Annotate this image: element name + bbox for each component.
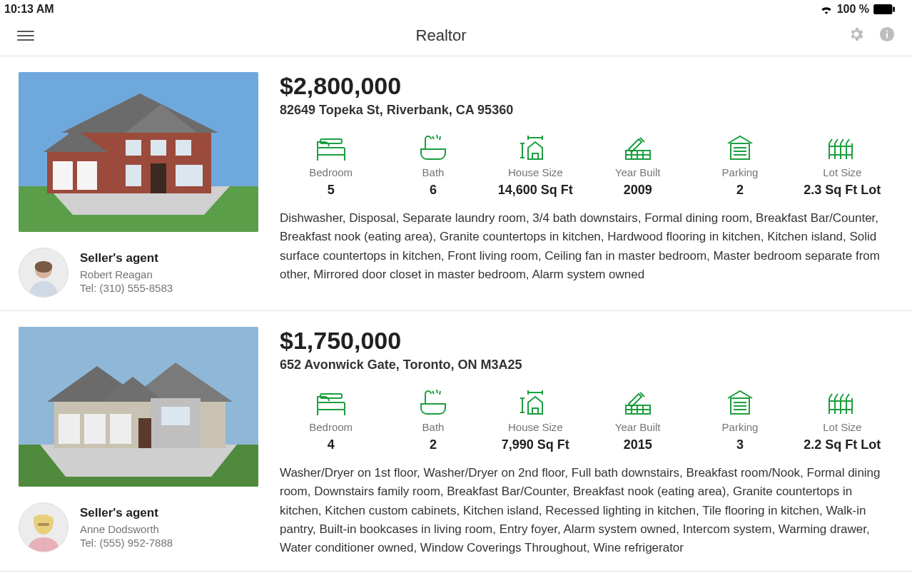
year-built-icon	[622, 135, 654, 162]
year-built-icon	[622, 390, 654, 417]
listing-card[interactable]: Seller's agent Robert Reagan Tel: (310) …	[0, 56, 912, 311]
parking-icon	[725, 133, 755, 162]
listing-price: $1,750,000	[280, 327, 893, 355]
svg-rect-3	[886, 33, 888, 38]
menu-button[interactable]	[17, 27, 34, 44]
status-right: 100 %	[820, 3, 895, 16]
svg-rect-34	[59, 414, 80, 444]
svg-rect-13	[53, 161, 73, 190]
stat-year-built: Year Built 2009	[587, 132, 689, 198]
svg-rect-16	[151, 140, 166, 156]
bath-icon	[418, 133, 448, 162]
svg-rect-17	[176, 140, 191, 156]
svg-rect-35	[84, 414, 106, 444]
agent-block[interactable]: Seller's agent Robert Reagan Tel: (310) …	[19, 248, 258, 298]
listing-description: Washer/Dryer on 1st floor, Washer/Dryer …	[280, 464, 893, 558]
agent-role: Seller's agent	[80, 506, 173, 520]
svg-rect-20	[151, 163, 166, 193]
battery-icon	[873, 4, 895, 14]
listing-photo[interactable]	[19, 72, 258, 232]
house-size-icon	[518, 133, 552, 162]
agent-tel: Tel: (555) 952-7888	[80, 537, 173, 549]
stat-year-built: Year Built 2015	[587, 387, 689, 452]
listings-container: Seller's agent Robert Reagan Tel: (310) …	[0, 56, 912, 572]
bed-icon	[315, 390, 348, 417]
house-size-icon	[518, 388, 552, 417]
listing-price: $2,800,000	[280, 72, 893, 100]
svg-marker-28	[40, 445, 237, 477]
stat-parking: Parking 2	[689, 132, 791, 198]
lot-size-icon	[826, 390, 858, 417]
agent-role: Seller's agent	[80, 251, 173, 265]
wifi-icon	[820, 4, 833, 14]
status-bar: 10:13 AM 100 %	[0, 0, 912, 16]
lot-size-icon	[826, 135, 858, 162]
svg-rect-36	[110, 414, 131, 444]
parking-icon	[725, 388, 755, 417]
agent-avatar	[19, 502, 69, 552]
info-button[interactable]	[879, 26, 895, 45]
stat-lot-size: Lot Size 2.2 Sq Ft Lot	[791, 387, 893, 452]
status-time: 10:13 AM	[4, 3, 54, 16]
stat-parking: Parking 3	[689, 387, 791, 452]
svg-rect-0	[873, 4, 892, 14]
app-title: Realtor	[34, 26, 848, 45]
status-battery-text: 100 %	[837, 3, 869, 16]
svg-rect-40	[38, 523, 49, 526]
svg-rect-19	[176, 165, 203, 186]
listing-stats: Bedroom 5 Bath 6 House Size 14,600 Sq Ft…	[280, 132, 893, 198]
bed-icon	[315, 135, 348, 162]
listing-photo[interactable]	[19, 327, 258, 487]
stat-house-size: House Size 14,600 Sq Ft	[485, 132, 587, 198]
listing-address: 82649 Topeka St, Riverbank, CA 95360	[280, 103, 893, 118]
svg-rect-15	[126, 140, 141, 156]
svg-rect-4	[886, 31, 888, 32]
agent-avatar	[19, 248, 69, 298]
svg-rect-1	[893, 7, 895, 12]
svg-rect-41	[318, 402, 345, 410]
stat-bedroom: Bedroom 4	[280, 387, 382, 452]
svg-rect-22	[318, 148, 345, 155]
svg-rect-37	[161, 407, 190, 425]
stat-bath: Bath 2	[382, 387, 484, 452]
settings-button[interactable]	[848, 26, 865, 46]
stat-lot-size: Lot Size 2.3 Sq Ft Lot	[791, 132, 893, 198]
agent-block[interactable]: Seller's agent Anne Dodsworth Tel: (555)…	[19, 502, 258, 552]
agent-name: Robert Reagan	[80, 268, 173, 280]
listing-card[interactable]: Seller's agent Anne Dodsworth Tel: (555)…	[0, 311, 912, 572]
bath-icon	[418, 388, 448, 417]
agent-name: Anne Dodsworth	[80, 523, 173, 535]
stat-house-size: House Size 7,990 Sq Ft	[485, 387, 587, 452]
app-bar: Realtor	[0, 16, 912, 56]
info-icon	[879, 26, 895, 42]
svg-rect-38	[138, 418, 151, 448]
listing-stats: Bedroom 4 Bath 2 House Size 7,990 Sq Ft …	[280, 387, 893, 452]
stat-bath: Bath 6	[382, 132, 484, 198]
svg-rect-14	[77, 161, 97, 190]
listing-address: 652 Avonwick Gate, Toronto, ON M3A25	[280, 358, 893, 372]
agent-tel: Tel: (310) 555-8583	[80, 282, 173, 294]
svg-rect-18	[126, 165, 141, 186]
stat-bedroom: Bedroom 5	[280, 132, 382, 198]
listing-description: Dishwasher, Disposal, Separate laundry r…	[280, 209, 893, 284]
gear-icon	[848, 26, 865, 43]
